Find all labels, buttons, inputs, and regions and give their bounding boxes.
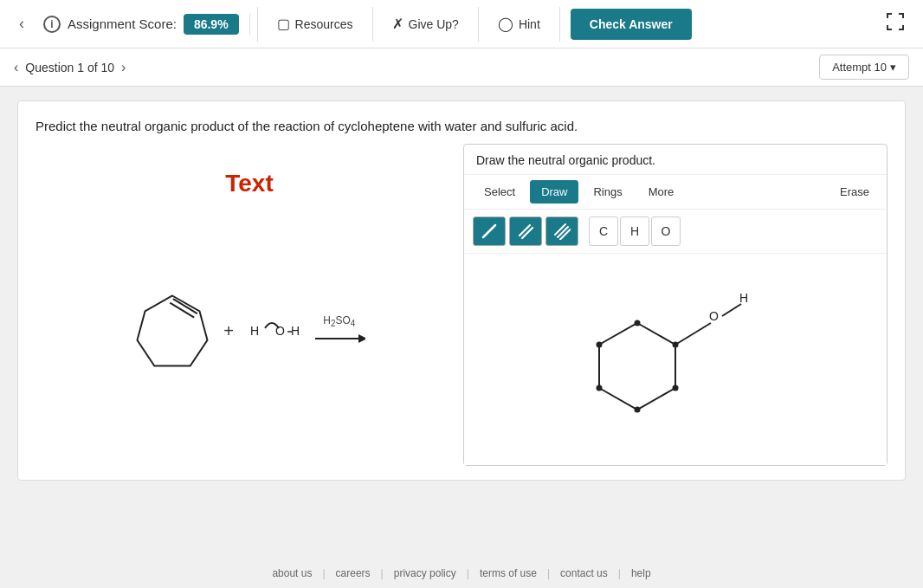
reaction-arrow <box>313 330 365 347</box>
plus-sign: + <box>223 321 234 341</box>
svg-text:O: O <box>709 309 719 323</box>
tab-rings[interactable]: Rings <box>582 180 633 204</box>
reaction-arrow-area: H2SO4 <box>313 314 365 347</box>
assignment-info: i Assignment Score: 86.9% <box>33 14 250 35</box>
svg-line-9 <box>483 225 495 237</box>
check-answer-button[interactable]: Check Answer <box>571 9 692 40</box>
footer-help[interactable]: help <box>621 567 662 579</box>
tab-draw[interactable]: Draw <box>530 180 578 204</box>
bond-toolbar: C H O <box>464 210 887 254</box>
svg-point-23 <box>635 407 641 413</box>
draw-panel: Draw the neutral organic product. Select… <box>463 144 888 466</box>
svg-text:H: H <box>291 324 300 338</box>
top-navigation: ‹ i Assignment Score: 86.9% ▢ Resources … <box>0 0 923 48</box>
product-molecule: O H <box>464 254 888 462</box>
draw-panel-title: Draw the neutral organic product. <box>464 145 887 175</box>
text-label: Text <box>225 170 274 197</box>
question-forward-button[interactable]: › <box>121 60 126 75</box>
question-body: Text + H <box>36 144 888 466</box>
atom-o-button[interactable]: O <box>651 216 681 246</box>
svg-line-11 <box>522 228 532 238</box>
svg-line-10 <box>520 225 530 236</box>
reaction-drawing: + H O H H2SO4 <box>133 288 365 374</box>
svg-marker-15 <box>599 323 675 410</box>
main-content: Predict the neutral organic product of t… <box>0 87 923 559</box>
reaction-area: Text + H <box>36 144 463 466</box>
chevron-down-icon: ▾ <box>890 61 896 74</box>
atom-c-button[interactable]: C <box>589 216 618 246</box>
attempt-button[interactable]: Attempt 10 ▾ <box>819 55 909 80</box>
svg-point-21 <box>673 342 679 348</box>
svg-text:O: O <box>275 324 285 338</box>
svg-line-16 <box>675 323 711 345</box>
footer-contact-us[interactable]: contact us <box>550 567 618 579</box>
erase-button[interactable]: Erase <box>831 181 878 203</box>
single-bond-button[interactable] <box>473 216 506 246</box>
atom-group: C H O <box>589 216 681 246</box>
hint-label: Hint <box>519 17 540 31</box>
attempt-label: Attempt 10 <box>832 61 887 74</box>
footer-terms-of-use[interactable]: terms of use <box>469 567 547 579</box>
triple-bond-button[interactable] <box>545 216 578 246</box>
svg-text:H: H <box>739 291 748 305</box>
question-text: Predict the neutral organic product of t… <box>36 119 888 133</box>
svg-point-20 <box>635 320 641 326</box>
footer: about us | careers | privacy policy | te… <box>0 559 923 588</box>
svg-line-14 <box>560 229 571 240</box>
svg-marker-0 <box>138 296 208 366</box>
atom-h-button[interactable]: H <box>620 216 649 246</box>
nav-back-button[interactable]: ‹ <box>10 15 33 33</box>
question-label: Question 1 of 10 <box>25 61 114 74</box>
question-navigation: ‹ Question 1 of 10 › Attempt 10 ▾ <box>0 48 923 87</box>
footer-about-us[interactable]: about us <box>261 567 322 579</box>
question-card: Predict the neutral organic product of t… <box>17 100 906 481</box>
svg-line-18 <box>722 304 741 316</box>
nav-divider-3 <box>478 7 479 42</box>
svg-point-22 <box>673 385 679 391</box>
svg-point-25 <box>597 342 603 348</box>
catalyst-label: H2SO4 <box>323 314 355 328</box>
water-structure: H O H <box>246 309 307 352</box>
cycloheptene-structure <box>133 288 211 374</box>
svg-point-24 <box>597 385 603 391</box>
hint-icon: ◯ <box>498 16 513 32</box>
hint-button[interactable]: ◯ Hint <box>486 0 552 48</box>
svg-marker-8 <box>358 334 365 343</box>
question-back-button[interactable]: ‹ <box>14 60 18 75</box>
assignment-score: 86.9% <box>184 14 239 35</box>
svg-line-12 <box>555 224 565 235</box>
nav-divider-1 <box>257 7 258 42</box>
info-icon: i <box>43 16 61 33</box>
footer-careers[interactable]: careers <box>326 567 381 579</box>
resources-label: Resources <box>295 17 353 31</box>
assignment-label: Assignment Score: <box>68 16 177 31</box>
draw-toolbar: Select Draw Rings More Erase <box>464 175 887 210</box>
nav-divider-4 <box>559 7 560 42</box>
resources-button[interactable]: ▢ Resources <box>265 0 365 48</box>
give-up-icon: ✗ <box>392 16 403 32</box>
fullscreen-button[interactable] <box>878 13 913 35</box>
footer-privacy-policy[interactable]: privacy policy <box>384 567 467 579</box>
resources-icon: ▢ <box>277 16 290 32</box>
tab-select[interactable]: Select <box>473 180 526 204</box>
nav-divider-2 <box>372 7 373 42</box>
give-up-button[interactable]: ✗ Give Up? <box>380 0 471 48</box>
draw-canvas[interactable]: O H <box>464 254 887 465</box>
double-bond-button[interactable] <box>509 216 542 246</box>
svg-text:H: H <box>250 324 259 338</box>
tab-more[interactable]: More <box>637 180 686 204</box>
give-up-label: Give Up? <box>409 17 459 31</box>
